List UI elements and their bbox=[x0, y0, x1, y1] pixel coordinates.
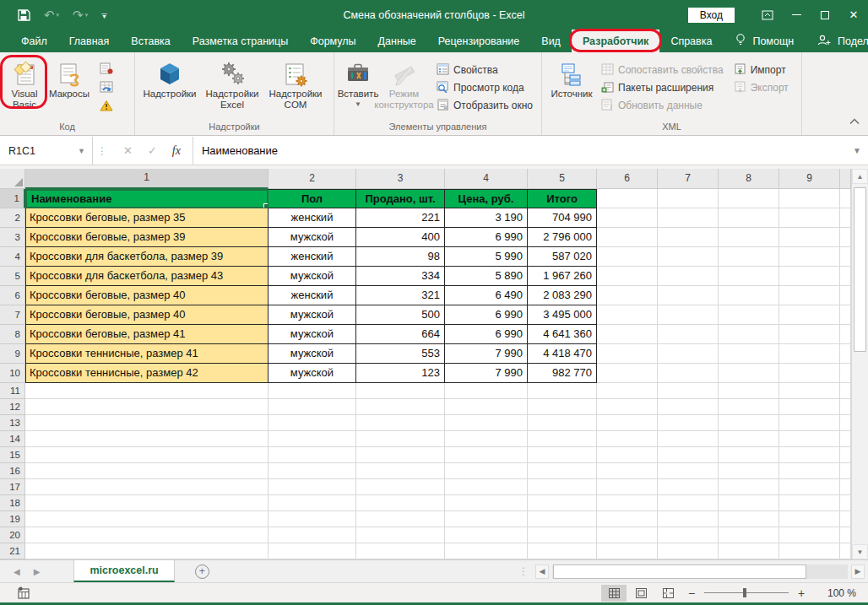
row-header-14[interactable]: 14 bbox=[0, 431, 25, 447]
cell-r6c2[interactable]: женский bbox=[269, 286, 356, 305]
empty-cell-r19c5[interactable] bbox=[528, 511, 597, 527]
empty-cell-r13c4[interactable] bbox=[445, 415, 528, 431]
new-sheet-icon[interactable]: + bbox=[195, 564, 209, 579]
cell-r3c5[interactable]: 2 796 000 bbox=[528, 228, 597, 247]
cell-r1c3[interactable]: Продано, шт. bbox=[356, 189, 445, 208]
horizontal-scroll-thumb[interactable] bbox=[553, 564, 806, 579]
collapse-ribbon-icon[interactable] bbox=[849, 113, 860, 128]
row-header-5[interactable]: 5 bbox=[0, 267, 25, 286]
empty-cell-r17c2[interactable] bbox=[269, 479, 356, 495]
cell-r1c1[interactable]: Наименование bbox=[25, 189, 269, 208]
empty-cell-r16c7[interactable] bbox=[658, 463, 719, 479]
empty-cell-r17c7[interactable] bbox=[658, 479, 719, 495]
empty-cell-r19c4[interactable] bbox=[445, 511, 528, 527]
select-all-corner[interactable] bbox=[0, 169, 25, 189]
cell-r1c5[interactable]: Итого bbox=[528, 189, 597, 208]
column-header-partial[interactable] bbox=[840, 169, 851, 189]
empty-cell-r7c9[interactable] bbox=[779, 305, 840, 325]
macro-security-icon[interactable] bbox=[98, 98, 115, 113]
empty-cell-r17c9[interactable] bbox=[779, 479, 840, 495]
page-break-view-button[interactable] bbox=[655, 585, 681, 602]
cell-r8c5[interactable]: 4 641 360 bbox=[528, 325, 597, 344]
empty-cell-r6c7[interactable] bbox=[658, 286, 719, 305]
empty-cell-r6c10[interactable] bbox=[840, 286, 851, 305]
insert-control-button[interactable]: Вставить ▼ bbox=[338, 57, 378, 108]
empty-cell-r15c7[interactable] bbox=[658, 447, 719, 463]
empty-cell-r19c2[interactable] bbox=[269, 511, 356, 527]
cell-r9c2[interactable]: мужской bbox=[269, 344, 356, 364]
row-header-6[interactable]: 6 bbox=[0, 286, 25, 305]
empty-cell-r7c8[interactable] bbox=[719, 305, 779, 325]
empty-cell-r11c1[interactable] bbox=[25, 383, 269, 399]
empty-cell-r8c8[interactable] bbox=[719, 325, 779, 344]
sheet-tab-microexcel[interactable]: microexcel.ru bbox=[73, 560, 174, 582]
cell-r8c4[interactable]: 6 990 bbox=[445, 325, 528, 344]
cell-r5c5[interactable]: 1 967 260 bbox=[528, 267, 597, 286]
empty-cell-r15c1[interactable] bbox=[25, 447, 269, 463]
empty-cell-r4c9[interactable] bbox=[779, 247, 840, 267]
cell-r5c1[interactable]: Кроссовки для баскетбола, размер 43 bbox=[25, 267, 269, 286]
empty-cell-r18c3[interactable] bbox=[356, 495, 445, 511]
empty-cell-r13c6[interactable] bbox=[597, 415, 658, 431]
empty-cell-r20c4[interactable] bbox=[445, 527, 528, 543]
column-header-6[interactable]: 6 bbox=[597, 169, 658, 189]
empty-cell-r5c9[interactable] bbox=[779, 267, 840, 286]
name-box[interactable]: R1C1 ▼ bbox=[0, 137, 93, 165]
empty-cell-r19c8[interactable] bbox=[719, 511, 779, 527]
row-header-20[interactable]: 20 bbox=[0, 527, 25, 543]
cell-r10c5[interactable]: 982 770 bbox=[528, 364, 597, 383]
empty-cell-r13c1[interactable] bbox=[25, 415, 269, 431]
ribbon-tab-insert[interactable]: Вставка bbox=[120, 30, 181, 52]
empty-cell-r13c2[interactable] bbox=[269, 415, 356, 431]
redo-icon[interactable]: ↷▾ bbox=[73, 8, 88, 23]
row-header-12[interactable]: 12 bbox=[0, 399, 25, 415]
record-macro-icon[interactable] bbox=[98, 61, 115, 76]
empty-cell-r21c10[interactable] bbox=[840, 543, 851, 559]
empty-cell-r19c7[interactable] bbox=[658, 511, 719, 527]
column-header-7[interactable]: 7 bbox=[658, 169, 719, 189]
empty-cell-r10c10[interactable] bbox=[840, 364, 851, 383]
empty-cell-r13c7[interactable] bbox=[658, 415, 719, 431]
prev-sheet-icon[interactable]: ◀ bbox=[14, 567, 20, 576]
save-icon[interactable] bbox=[17, 8, 30, 22]
empty-cell-r20c10[interactable] bbox=[840, 527, 851, 543]
empty-cell-r11c7[interactable] bbox=[658, 383, 719, 399]
empty-cell-r20c7[interactable] bbox=[658, 527, 719, 543]
empty-cell-r11c9[interactable] bbox=[779, 383, 840, 399]
formula-input[interactable]: Наименование bbox=[193, 137, 846, 165]
empty-cell-r10c8[interactable] bbox=[719, 364, 779, 383]
empty-cell-r1c7[interactable] bbox=[658, 189, 719, 208]
cell-r7c4[interactable]: 6 990 bbox=[445, 305, 528, 325]
empty-cell-r8c6[interactable] bbox=[597, 325, 658, 344]
name-box-caret-icon[interactable]: ▼ bbox=[78, 147, 92, 155]
row-header-19[interactable]: 19 bbox=[0, 511, 25, 527]
empty-cell-r13c8[interactable] bbox=[719, 415, 779, 431]
cell-r1c4[interactable]: Цена, руб. bbox=[445, 189, 528, 208]
empty-cell-r18c6[interactable] bbox=[597, 495, 658, 511]
empty-cell-r15c8[interactable] bbox=[719, 447, 779, 463]
row-header-15[interactable]: 15 bbox=[0, 447, 25, 463]
empty-cell-r17c8[interactable] bbox=[719, 479, 779, 495]
empty-cell-r16c6[interactable] bbox=[597, 463, 658, 479]
empty-cell-r8c7[interactable] bbox=[658, 325, 719, 344]
excel-addins-button[interactable]: Надстройки Excel bbox=[201, 57, 263, 111]
empty-cell-r11c10[interactable] bbox=[840, 383, 851, 399]
empty-cell-r12c9[interactable] bbox=[779, 399, 840, 415]
cell-r10c1[interactable]: Кроссовки теннисные, размер 42 bbox=[25, 364, 269, 383]
empty-cell-r17c6[interactable] bbox=[597, 479, 658, 495]
cell-r10c4[interactable]: 7 990 bbox=[445, 364, 528, 383]
empty-cell-r16c10[interactable] bbox=[840, 463, 851, 479]
cell-r4c1[interactable]: Кроссовки для баскетбола, размер 39 bbox=[25, 247, 269, 267]
vertical-scroll-thumb[interactable] bbox=[854, 187, 866, 352]
ribbon-tab-formulas[interactable]: Формулы bbox=[299, 30, 366, 52]
ribbon-tab-view[interactable]: Вид bbox=[530, 30, 572, 52]
empty-cell-r5c8[interactable] bbox=[719, 267, 779, 286]
cell-r4c2[interactable]: женский bbox=[269, 247, 356, 267]
empty-cell-r7c6[interactable] bbox=[597, 305, 658, 325]
customize-qat-icon[interactable]: ─▾ bbox=[101, 12, 106, 19]
empty-cell-r13c5[interactable] bbox=[528, 415, 597, 431]
cell-r3c2[interactable]: мужской bbox=[269, 228, 356, 247]
macros-button[interactable]: Макросы bbox=[46, 57, 93, 100]
com-addins-button[interactable]: Надстройки COM bbox=[263, 57, 328, 111]
empty-cell-r18c2[interactable] bbox=[269, 495, 356, 511]
